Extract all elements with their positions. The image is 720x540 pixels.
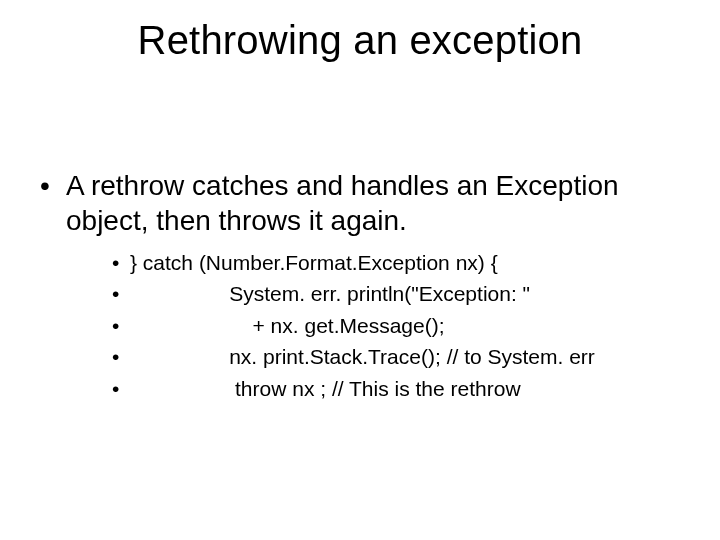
sub-bullet: • nx. print.Stack.Trace(); // to System.…: [112, 342, 680, 372]
sub-bullet-list: • } catch (Number.Format.Exception nx) {…: [112, 248, 680, 405]
sub-bullet-text: System. err. println("Exception: ": [130, 279, 680, 309]
sub-bullet-text: throw nx ; // This is the rethrow: [130, 374, 680, 404]
slide-title: Rethrowing an exception: [0, 18, 720, 63]
slide: Rethrowing an exception • A rethrow catc…: [0, 0, 720, 540]
main-bullet: • A rethrow catches and handles an Excep…: [40, 168, 680, 238]
bullet-icon: •: [40, 168, 50, 203]
sub-bullet-text: } catch (Number.Format.Exception nx) {: [130, 248, 680, 278]
sub-bullet: • throw nx ; // This is the rethrow: [112, 374, 680, 404]
sub-bullet: • + nx. get.Message();: [112, 311, 680, 341]
sub-bullet-text: + nx. get.Message();: [130, 311, 680, 341]
sub-bullet: • } catch (Number.Format.Exception nx) {: [112, 248, 680, 278]
main-bullet-text: A rethrow catches and handles an Excepti…: [66, 168, 680, 238]
sub-bullet-text: nx. print.Stack.Trace(); // to System. e…: [130, 342, 680, 372]
bullet-icon: •: [112, 374, 119, 404]
sub-bullet: • System. err. println("Exception: ": [112, 279, 680, 309]
bullet-icon: •: [112, 342, 119, 372]
bullet-icon: •: [112, 248, 119, 278]
bullet-icon: •: [112, 279, 119, 309]
bullet-icon: •: [112, 311, 119, 341]
